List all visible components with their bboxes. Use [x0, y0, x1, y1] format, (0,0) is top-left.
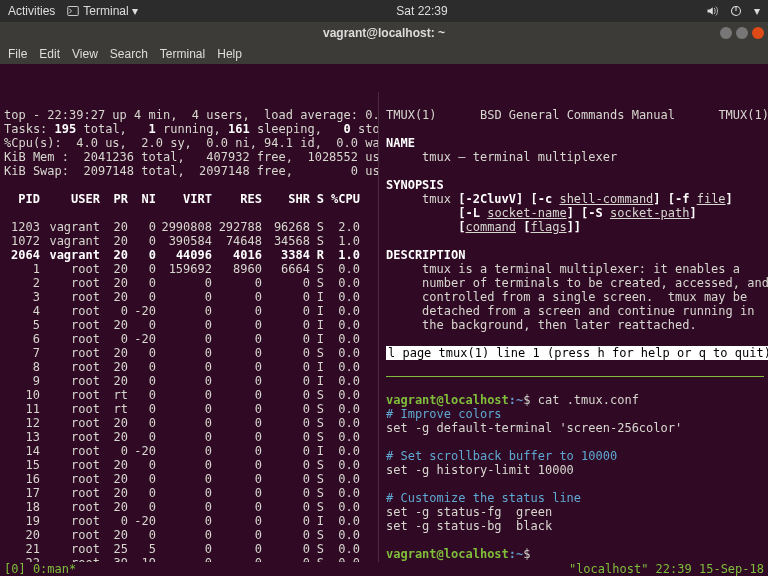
menu-file[interactable]: File	[8, 47, 27, 61]
process-list: 1203vagrant200299080829278896268S2.01072…	[4, 220, 378, 576]
pane-divider-horizontal[interactable]	[386, 376, 764, 377]
top-columns-header: PIDUSERPRNIVIRTRESSHRS%CPU	[4, 192, 378, 206]
process-row: 10rootrt0000S0.0	[4, 388, 378, 402]
terminal-icon	[67, 5, 79, 17]
process-row: 2064vagrant2004409640163384R1.0	[4, 248, 378, 262]
process-row: 1root20015969289606664S0.0	[4, 262, 378, 276]
activities-button[interactable]: Activities	[8, 4, 55, 18]
volume-icon[interactable]	[706, 5, 718, 17]
tmux-status-left: [0] 0:man*	[4, 562, 76, 576]
process-row: 4root0-20000I0.0	[4, 304, 378, 318]
chevron-down-icon[interactable]: ▾	[754, 4, 760, 18]
process-row: 11rootrt0000S0.0	[4, 402, 378, 416]
process-row: 2root200000S0.0	[4, 276, 378, 290]
process-row: 15root200000S0.0	[4, 458, 378, 472]
process-row: 21root255000S0.0	[4, 542, 378, 556]
menu-edit[interactable]: Edit	[39, 47, 60, 61]
process-row: 16root200000S0.0	[4, 472, 378, 486]
process-row: 1072vagrant2003905847464834568S1.0	[4, 234, 378, 248]
process-row: 9root200000I0.0	[4, 374, 378, 388]
tmux-status-right: "localhost" 22:39 15-Sep-18	[569, 562, 764, 576]
app-menu[interactable]: Terminal ▾	[67, 4, 138, 18]
process-row: 3root200000I0.0	[4, 290, 378, 304]
clock[interactable]: Sat 22:39	[138, 4, 706, 18]
terminal-body[interactable]: top - 22:39:27 up 4 min, 4 users, load a…	[0, 64, 768, 576]
power-icon[interactable]	[730, 5, 742, 17]
tmux-pane-right[interactable]: TMUX(1) BSD General Commands Manual TMUX…	[380, 92, 768, 576]
process-row: 18root200000S0.0	[4, 500, 378, 514]
shell-pane[interactable]: vagrant@localhost:~$ cat .tmux.conf # Im…	[386, 393, 764, 561]
close-button[interactable]	[752, 27, 764, 39]
process-row: 19root0-20000I0.0	[4, 514, 378, 528]
process-row: 13root200000S0.0	[4, 430, 378, 444]
window-titlebar[interactable]: vagrant@localhost: ~	[0, 22, 768, 44]
menu-help[interactable]: Help	[217, 47, 242, 61]
man-status-line: l page tmux(1) line 1 (press h for help …	[386, 346, 768, 360]
process-row: 7root200000S0.0	[4, 346, 378, 360]
window-title: vagrant@localhost: ~	[323, 26, 445, 40]
process-row: 14root0-20000I0.0	[4, 444, 378, 458]
gnome-top-bar: Activities Terminal ▾ Sat 22:39 ▾	[0, 0, 768, 22]
menu-search[interactable]: Search	[110, 47, 148, 61]
tmux-pane-top[interactable]: top - 22:39:27 up 4 min, 4 users, load a…	[0, 92, 378, 576]
tmux-status-line: [0] 0:man* "localhost" 22:39 15-Sep-18	[0, 562, 768, 576]
minimize-button[interactable]	[720, 27, 732, 39]
terminal-menubar: FileEditViewSearchTerminalHelp	[0, 44, 768, 64]
process-row: 20root200000S0.0	[4, 528, 378, 542]
top-summary: top - 22:39:27 up 4 min, 4 users, load a…	[4, 108, 378, 178]
process-row: 1203vagrant200299080829278896268S2.0	[4, 220, 378, 234]
process-row: 12root200000S0.0	[4, 416, 378, 430]
menu-terminal[interactable]: Terminal	[160, 47, 205, 61]
process-row: 6root0-20000I0.0	[4, 332, 378, 346]
menu-view[interactable]: View	[72, 47, 98, 61]
svg-rect-0	[68, 7, 79, 16]
process-row: 8root200000I0.0	[4, 360, 378, 374]
maximize-button[interactable]	[736, 27, 748, 39]
process-row: 17root200000S0.0	[4, 486, 378, 500]
man-page: TMUX(1) BSD General Commands Manual TMUX…	[386, 108, 764, 360]
process-row: 5root200000I0.0	[4, 318, 378, 332]
